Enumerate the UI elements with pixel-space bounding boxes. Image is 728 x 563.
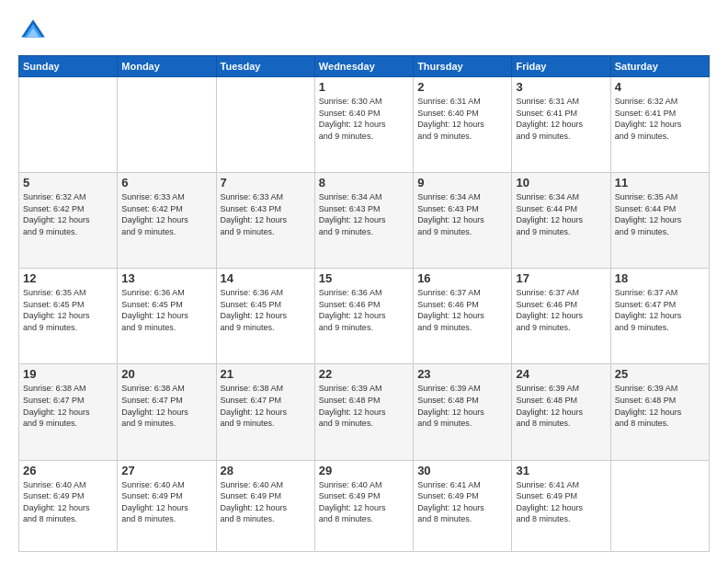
day-info: Sunrise: 6:32 AM Sunset: 6:42 PM Dayligh…	[23, 191, 113, 237]
day-info: Sunrise: 6:30 AM Sunset: 6:40 PM Dayligh…	[319, 96, 409, 142]
day-info: Sunrise: 6:33 AM Sunset: 6:42 PM Dayligh…	[121, 191, 211, 237]
day-number: 28	[221, 464, 311, 477]
day-number: 15	[319, 271, 409, 285]
calendar-cell: 10Sunrise: 6:34 AM Sunset: 6:44 PM Dayli…	[512, 173, 610, 269]
day-number: 18	[615, 271, 705, 285]
day-info: Sunrise: 6:35 AM Sunset: 6:45 PM Dayligh…	[23, 287, 113, 333]
day-info: Sunrise: 6:32 AM Sunset: 6:41 PM Dayligh…	[615, 96, 705, 142]
calendar-cell: 25Sunrise: 6:39 AM Sunset: 6:48 PM Dayli…	[610, 364, 709, 460]
day-number: 16	[417, 271, 507, 285]
day-info: Sunrise: 6:38 AM Sunset: 6:47 PM Dayligh…	[121, 383, 211, 429]
day-info: Sunrise: 6:37 AM Sunset: 6:46 PM Dayligh…	[417, 287, 507, 333]
day-number: 21	[221, 367, 311, 381]
weekday-header-tuesday: Tuesday	[216, 56, 314, 77]
day-info: Sunrise: 6:41 AM Sunset: 6:49 PM Dayligh…	[417, 479, 507, 525]
weekday-header-saturday: Saturday	[610, 56, 709, 77]
day-number: 4	[615, 80, 705, 94]
day-info: Sunrise: 6:39 AM Sunset: 6:48 PM Dayligh…	[417, 383, 507, 429]
day-number: 2	[417, 80, 507, 94]
calendar-cell: 13Sunrise: 6:36 AM Sunset: 6:45 PM Dayli…	[118, 269, 216, 364]
calendar-cell: 27Sunrise: 6:40 AM Sunset: 6:49 PM Dayli…	[118, 460, 216, 551]
calendar-week-5: 26Sunrise: 6:40 AM Sunset: 6:49 PM Dayli…	[19, 460, 710, 551]
day-number: 29	[319, 464, 409, 477]
day-info: Sunrise: 6:40 AM Sunset: 6:49 PM Dayligh…	[121, 479, 211, 525]
calendar-cell: 12Sunrise: 6:35 AM Sunset: 6:45 PM Dayli…	[19, 269, 118, 364]
day-info: Sunrise: 6:31 AM Sunset: 6:41 PM Dayligh…	[516, 96, 606, 142]
calendar-cell: 3Sunrise: 6:31 AM Sunset: 6:41 PM Daylig…	[512, 77, 610, 173]
day-info: Sunrise: 6:36 AM Sunset: 6:45 PM Dayligh…	[121, 287, 211, 333]
day-number: 24	[516, 367, 606, 381]
calendar-cell: 22Sunrise: 6:39 AM Sunset: 6:48 PM Dayli…	[314, 364, 413, 460]
day-info: Sunrise: 6:34 AM Sunset: 6:43 PM Dayligh…	[319, 191, 409, 237]
day-number: 1	[319, 80, 409, 94]
calendar-cell: 20Sunrise: 6:38 AM Sunset: 6:47 PM Dayli…	[118, 364, 216, 460]
weekday-header-thursday: Thursday	[414, 56, 512, 77]
day-info: Sunrise: 6:37 AM Sunset: 6:46 PM Dayligh…	[516, 287, 606, 333]
calendar-cell: 5Sunrise: 6:32 AM Sunset: 6:42 PM Daylig…	[19, 173, 118, 269]
calendar-cell: 1Sunrise: 6:30 AM Sunset: 6:40 PM Daylig…	[314, 77, 413, 173]
day-number: 30	[417, 464, 507, 477]
logo	[18, 17, 51, 46]
calendar-cell: 17Sunrise: 6:37 AM Sunset: 6:46 PM Dayli…	[512, 269, 610, 364]
calendar-cell: 4Sunrise: 6:32 AM Sunset: 6:41 PM Daylig…	[610, 77, 709, 173]
day-info: Sunrise: 6:35 AM Sunset: 6:44 PM Dayligh…	[615, 191, 705, 237]
calendar-cell: 28Sunrise: 6:40 AM Sunset: 6:49 PM Dayli…	[216, 460, 314, 551]
calendar-week-2: 5Sunrise: 6:32 AM Sunset: 6:42 PM Daylig…	[19, 173, 710, 269]
day-number: 12	[23, 271, 113, 285]
day-number: 26	[23, 464, 113, 477]
calendar-week-1: 1Sunrise: 6:30 AM Sunset: 6:40 PM Daylig…	[19, 77, 710, 173]
calendar-cell: 7Sunrise: 6:33 AM Sunset: 6:43 PM Daylig…	[216, 173, 314, 269]
day-info: Sunrise: 6:34 AM Sunset: 6:44 PM Dayligh…	[516, 191, 606, 237]
calendar-cell: 19Sunrise: 6:38 AM Sunset: 6:47 PM Dayli…	[19, 364, 118, 460]
calendar-cell: 11Sunrise: 6:35 AM Sunset: 6:44 PM Dayli…	[610, 173, 709, 269]
calendar-cell: 6Sunrise: 6:33 AM Sunset: 6:42 PM Daylig…	[118, 173, 216, 269]
calendar-week-3: 12Sunrise: 6:35 AM Sunset: 6:45 PM Dayli…	[19, 269, 710, 364]
day-info: Sunrise: 6:36 AM Sunset: 6:46 PM Dayligh…	[319, 287, 409, 333]
calendar-cell: 29Sunrise: 6:40 AM Sunset: 6:49 PM Dayli…	[314, 460, 413, 551]
day-info: Sunrise: 6:36 AM Sunset: 6:45 PM Dayligh…	[221, 287, 311, 333]
day-number: 8	[319, 176, 409, 190]
calendar-cell	[610, 460, 709, 551]
day-info: Sunrise: 6:39 AM Sunset: 6:48 PM Dayligh…	[319, 383, 409, 429]
logo-icon	[18, 17, 48, 46]
page: SundayMondayTuesdayWednesdayThursdayFrid…	[0, 0, 728, 563]
day-number: 11	[615, 176, 705, 190]
day-info: Sunrise: 6:38 AM Sunset: 6:47 PM Dayligh…	[23, 383, 113, 429]
day-number: 20	[121, 367, 211, 381]
calendar-cell: 26Sunrise: 6:40 AM Sunset: 6:49 PM Dayli…	[19, 460, 118, 551]
day-info: Sunrise: 6:40 AM Sunset: 6:49 PM Dayligh…	[319, 479, 409, 525]
calendar-week-4: 19Sunrise: 6:38 AM Sunset: 6:47 PM Dayli…	[19, 364, 710, 460]
calendar-cell: 15Sunrise: 6:36 AM Sunset: 6:46 PM Dayli…	[314, 269, 413, 364]
day-number: 17	[516, 271, 606, 285]
day-number: 22	[319, 367, 409, 381]
day-number: 7	[221, 176, 311, 190]
day-info: Sunrise: 6:33 AM Sunset: 6:43 PM Dayligh…	[221, 191, 311, 237]
calendar-cell: 30Sunrise: 6:41 AM Sunset: 6:49 PM Dayli…	[414, 460, 512, 551]
day-info: Sunrise: 6:34 AM Sunset: 6:43 PM Dayligh…	[417, 191, 507, 237]
calendar-table: SundayMondayTuesdayWednesdayThursdayFrid…	[18, 55, 710, 552]
calendar-cell: 14Sunrise: 6:36 AM Sunset: 6:45 PM Dayli…	[216, 269, 314, 364]
day-number: 3	[516, 80, 606, 94]
calendar-cell	[216, 77, 314, 173]
day-number: 19	[23, 367, 113, 381]
day-number: 13	[121, 271, 211, 285]
calendar-cell: 9Sunrise: 6:34 AM Sunset: 6:43 PM Daylig…	[414, 173, 512, 269]
calendar-cell: 8Sunrise: 6:34 AM Sunset: 6:43 PM Daylig…	[314, 173, 413, 269]
calendar-cell: 2Sunrise: 6:31 AM Sunset: 6:40 PM Daylig…	[414, 77, 512, 173]
day-number: 27	[121, 464, 211, 477]
day-info: Sunrise: 6:37 AM Sunset: 6:47 PM Dayligh…	[615, 287, 705, 333]
day-number: 31	[516, 464, 606, 477]
day-info: Sunrise: 6:31 AM Sunset: 6:40 PM Dayligh…	[417, 96, 507, 142]
day-info: Sunrise: 6:39 AM Sunset: 6:48 PM Dayligh…	[516, 383, 606, 429]
calendar-cell: 16Sunrise: 6:37 AM Sunset: 6:46 PM Dayli…	[414, 269, 512, 364]
day-number: 10	[516, 176, 606, 190]
day-number: 6	[121, 176, 211, 190]
day-info: Sunrise: 6:41 AM Sunset: 6:49 PM Dayligh…	[516, 479, 606, 525]
day-number: 9	[417, 176, 507, 190]
weekday-header-sunday: Sunday	[19, 56, 118, 77]
calendar-cell: 18Sunrise: 6:37 AM Sunset: 6:47 PM Dayli…	[610, 269, 709, 364]
weekday-header-friday: Friday	[512, 56, 610, 77]
calendar-cell: 21Sunrise: 6:38 AM Sunset: 6:47 PM Dayli…	[216, 364, 314, 460]
calendar-cell	[19, 77, 118, 173]
header	[18, 17, 710, 46]
